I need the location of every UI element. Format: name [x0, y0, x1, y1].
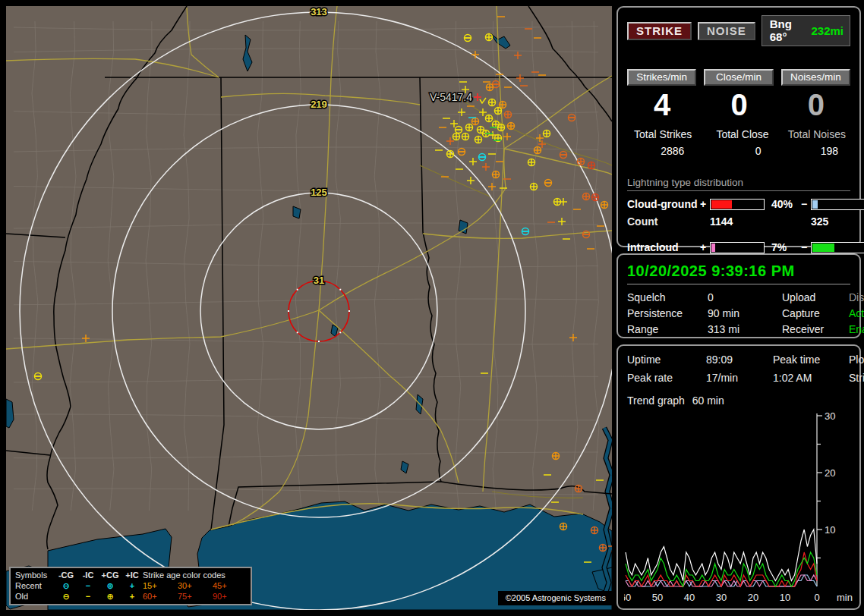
legend-glyph--CG-icon: ⊖ [55, 592, 77, 602]
legend-age-15+: 15+ [143, 581, 178, 591]
cg-neg-bar [811, 199, 864, 210]
trend-graph-value: 60 min [692, 394, 724, 407]
trend-x-tick-20: 20 [748, 592, 758, 603]
bearing-readout: Bng 68° 232mi [762, 15, 850, 46]
strike-cp-symbol [452, 133, 460, 140]
map-canvas: 31321912531 V-5417.4 [6, 6, 612, 610]
strike-cp-symbol [591, 193, 599, 201]
strike-cp-symbol [485, 115, 493, 122]
status-label-upload: Upload [782, 291, 849, 303]
noise-button[interactable]: NOISE [698, 22, 755, 40]
legend-age-90+: 90+ [213, 592, 246, 602]
total-noises-value: 198 [781, 145, 850, 157]
strike-cp-symbol [601, 201, 608, 209]
legend-symbols-label: Symbols [15, 570, 55, 580]
strike-cp-symbol [534, 146, 541, 154]
ic-pos-bar [710, 242, 765, 253]
plot-label: Plot [849, 354, 864, 366]
legend-col--IC: -IC [77, 570, 99, 580]
ring-label-125: 125 [311, 187, 327, 198]
peak-rate-label: Peak rate [627, 372, 706, 384]
strike-cp-symbol [507, 122, 515, 130]
trend-y-tick-10: 10 [825, 524, 835, 536]
strike-cp-symbol [560, 523, 567, 530]
cloud-ground-label: Cloud-ground [627, 198, 700, 210]
strike-cp-symbol [575, 485, 582, 492]
ring-label-219: 219 [311, 99, 327, 110]
strikes-per-min-button[interactable]: Strikes/min [627, 69, 696, 86]
status-value-persistence: 90 min [708, 307, 782, 319]
session-grid: Uptime 89:09 Peak time Plot Peak rate 17… [627, 354, 850, 384]
strikes-per-min-value: 4 [627, 87, 696, 122]
bearing-label: Bng 68° [770, 17, 801, 43]
cg-pos-pct: 40% [768, 198, 801, 210]
cg-neg-count: 325 [811, 215, 864, 228]
strike-cp-symbol [497, 124, 505, 131]
plus-sign: + [700, 198, 710, 210]
trend-x-tick-60: 60 [624, 592, 631, 603]
distribution-title: Lightning type distribution [627, 177, 850, 191]
strike-cp-symbol [462, 133, 469, 140]
legend-col--CG: -CG [55, 570, 77, 580]
trend-x-tick-40: 40 [684, 592, 695, 603]
plus-sign: + [700, 241, 710, 253]
legend-row-label-recent: Recent [15, 581, 55, 591]
legend-col-+IC: +IC [121, 570, 143, 580]
lightning-map[interactable]: 31321912531 V-5417.4 Symbols-CG-IC+CG+IC… [6, 6, 612, 610]
cg-count-label: Count [627, 215, 700, 228]
trend-y-tick-30: 30 [825, 410, 835, 422]
legend-glyph-+IC-icon: + [121, 581, 143, 591]
strike-cp-symbol [465, 124, 473, 131]
trend-x-tick-10: 10 [780, 592, 790, 603]
peak-time-value: 1:02 AM [773, 372, 849, 384]
status-value-upload: Disabled [849, 291, 864, 303]
strike-cp-symbol [485, 33, 493, 41]
trend-graph-label: Trend graph [627, 394, 685, 407]
legend-age-75+: 75+ [178, 592, 213, 602]
strike-button[interactable]: STRIKE [627, 22, 692, 40]
strike-cp-symbol [543, 130, 550, 137]
station-label: V-5417.4 [430, 91, 472, 103]
status-label-range: Range [627, 323, 708, 335]
strike-cp-symbol [475, 136, 482, 143]
legend-col-+CG: +CG [99, 570, 121, 580]
noises-per-min-button[interactable]: Noises/min [781, 69, 850, 86]
ic-neg-bar [811, 242, 864, 253]
uptime-value: 89:09 [706, 354, 773, 366]
strike-cp-symbol [492, 171, 500, 178]
status-value-capture: Active [849, 307, 864, 319]
peak-time-label: Peak time [773, 354, 849, 366]
strike-cp-symbol [591, 526, 598, 534]
strike-cp-symbol [582, 193, 590, 200]
ring-label-313: 313 [311, 6, 327, 17]
status-value-squelch: 0 [708, 291, 782, 303]
intracloud-label: Intracloud [627, 241, 700, 253]
trend-x-tick-50: 50 [652, 592, 663, 603]
copyright-text: ©2005 Astrogenic Systems [498, 591, 612, 605]
plot-value: Strike [849, 372, 864, 384]
legend-glyph--IC-icon: − [77, 581, 99, 591]
minus-sign: − [801, 241, 811, 253]
strike-cp-symbol [488, 99, 496, 106]
legend-age-45+: 45+ [213, 581, 246, 591]
trend-x-tick-0: 0 [814, 592, 819, 603]
strike-cp-symbol [552, 452, 560, 460]
trend-x-unit: min [837, 592, 853, 603]
minus-sign: − [801, 198, 811, 210]
status-panel: 10/20/2025 9:39:16 PM Squelch0UploadDisa… [616, 253, 861, 338]
ring-label-31: 31 [314, 275, 324, 286]
trend-x-tick-30: 30 [716, 592, 727, 603]
session-panel: Uptime 89:09 Peak time Plot Peak rate 17… [616, 344, 861, 610]
trend-graph: 1020306050403020100min [624, 410, 855, 605]
noises-column: Noises/min 0 Total Noises 198 [781, 69, 850, 157]
statistics-panel: STRIKE NOISE Bng 68° 232mi Strikes/min 4… [616, 6, 861, 247]
legend-glyph-+IC-icon: + [121, 592, 143, 602]
total-noises-label: Total Noises [781, 128, 850, 140]
cg-pos-count: 1144 [710, 215, 768, 228]
bearing-distance: 232mi [811, 24, 844, 37]
strike-cp-symbol [494, 107, 502, 115]
total-close-label: Total Close [704, 128, 773, 140]
side-panel: STRIKE NOISE Bng 68° 232mi Strikes/min 4… [616, 6, 861, 610]
close-per-min-button[interactable]: Close/min [704, 69, 773, 86]
status-label-squelch: Squelch [627, 291, 708, 303]
